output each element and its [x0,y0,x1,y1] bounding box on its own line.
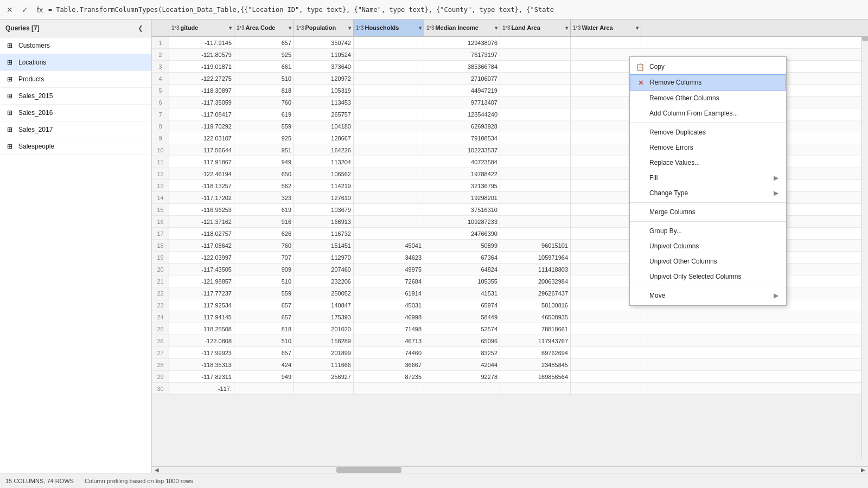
sidebar-item-customers[interactable]: ⊞ Customers [0,37,151,54]
table-cell: 65974 [424,299,500,311]
menu-item-change-type[interactable]: Change Type ▶ [630,185,786,201]
table-row[interactable]: 28-118.35313424111666366674204423485845 [152,359,868,371]
table-cell: 42044 [424,359,500,370]
menu-item-copy[interactable]: 📋 Copy [630,59,786,74]
col-header-gitude[interactable]: 1²3 gitude ▾ [169,20,234,36]
menu-item-fill[interactable]: Fill ▶ [630,170,786,185]
sidebar-item-products[interactable]: ⊞ Products [0,71,151,88]
table-cell: 510 [234,73,294,84]
table-cell: 166913 [294,216,354,227]
table-cell: 19298201 [424,192,500,203]
table-cell: 46998 [354,311,424,323]
table-cell: 36667 [354,359,424,370]
menu-item-unpivot-other-columns[interactable]: Unpivot Other Columns [630,254,786,269]
menu-item-merge-columns[interactable]: Merge Columns [630,204,786,220]
menu-item-group-by---[interactable]: Group By... [630,223,786,239]
scroll-left-button[interactable]: ◀ [152,467,162,473]
table-cell: 105355 [424,275,500,287]
table-row[interactable]: 29-117.823119492569278723592278169856564 [152,371,868,383]
fx-label: fx [34,5,46,14]
col-header-median-income[interactable]: 1²3 Median Income ▾ [424,20,500,36]
menu-item-unpivot-columns[interactable]: Unpivot Columns [630,239,786,254]
menu-item-label: Change Type [649,189,769,197]
col-header-area-code[interactable]: 1²3 Area Code ▾ [234,20,294,36]
vertical-scrollbar[interactable] [861,20,868,458]
menu-item-label: Group By... [649,227,778,235]
sidebar-item-locations[interactable]: ⊞ Locations [0,54,151,71]
columns-rows-status: 15 COLUMNS, 74 ROWS [5,478,74,484]
row-number: 17 [152,228,169,239]
table-cell: 83252 [424,347,500,358]
col-header-water-area[interactable]: 1²3 Water Area ▾ [571,20,641,36]
table-cell: 127610 [294,192,354,203]
col-header-households[interactable]: 1²3 Households ▾ [354,20,424,36]
table-cell [354,61,424,72]
menu-item-icon [635,143,645,152]
table-cell: 40723584 [424,156,500,168]
sidebar-item-sales2017[interactable]: ⊞ Sales_2017 [0,121,151,138]
table-cell [500,108,571,120]
table-cell: 74460 [354,347,424,358]
sidebar-item-sales2016[interactable]: ⊞ Sales_2016 [0,105,151,121]
sidebar-item-salespeople[interactable]: ⊞ Salespeople [0,138,151,155]
table-cell: 657 [234,37,294,48]
menu-item-add-column-from-examples---[interactable]: Add Column From Examples... [630,106,786,121]
col-dropdown-arrow[interactable]: ▾ [229,25,232,31]
table-cell: 105971964 [500,252,571,263]
status-bar: 15 COLUMNS, 74 ROWS Column profiling bas… [0,473,868,488]
col-dropdown-arrow[interactable]: ▾ [565,25,568,31]
menu-item-move[interactable]: Move ▶ [630,288,786,303]
table-cell [571,335,641,346]
table-row[interactable]: 30-117. [152,383,868,395]
table-icon: ⊞ [5,75,14,84]
table-cell [354,120,424,132]
menu-item-remove-duplicates[interactable]: Remove Duplicates [630,125,786,140]
col-header-land-area[interactable]: 1²3 Land Area ▾ [500,20,571,36]
row-number: 21 [152,275,169,287]
table-cell: 34623 [354,252,424,263]
col-dropdown-arrow[interactable]: ▾ [636,25,639,31]
menu-item-remove-errors[interactable]: Remove Errors [630,140,786,155]
col-header-population[interactable]: 1²3 Population ▾ [294,20,354,36]
formula-input[interactable] [48,6,865,14]
sidebar-collapse-button[interactable]: ❮ [135,23,146,34]
menu-item-replace-values---[interactable]: Replace Values... [630,155,786,170]
table-row[interactable]: 26-122.08085101582894671365096117943767 [152,335,868,347]
horizontal-scrollbar[interactable]: ◀ ▶ [152,466,868,473]
row-number: 10 [152,144,169,156]
sidebar-item-sales2015[interactable]: ⊞ Sales_2015 [0,88,151,105]
col-dropdown-arrow[interactable]: ▾ [419,25,422,31]
sidebar-title: Queries [7] [5,24,40,32]
table-row[interactable]: 24-117.94145657175393469985844946508935 [152,311,868,323]
menu-item-icon [635,173,645,183]
col-dropdown-arrow[interactable]: ▾ [495,25,497,31]
table-cell: 79108534 [424,132,500,144]
col-dropdown-arrow[interactable]: ▾ [289,25,291,31]
table-icon: ⊞ [5,125,14,134]
submenu-arrow: ▶ [774,189,778,197]
col-header-label: Area Code [245,24,289,31]
table-cell: -118.35313 [169,359,234,370]
col-dropdown-arrow[interactable]: ▾ [348,25,351,31]
table-cell: -119.01871 [169,61,234,72]
sidebar-item-label: Sales_2016 [18,109,53,117]
menu-item-unpivot-only-selected-columns[interactable]: Unpivot Only Selected Columns [630,269,786,284]
row-number: 12 [152,168,169,179]
scroll-right-button[interactable]: ▶ [858,467,868,473]
table-cell: 661 [234,61,294,72]
confirm-button[interactable]: ✓ [18,3,31,16]
copy-icon: 📋 [635,62,645,72]
menu-item-remove-other-columns[interactable]: Remove Other Columns [630,91,786,106]
menu-item-remove-columns[interactable]: ✕ Remove Columns [630,74,786,91]
table-cell: 201020 [294,323,354,335]
table-cell [571,37,641,48]
cancel-button[interactable]: ✕ [3,3,16,16]
menu-item-icon [635,127,645,137]
horizontal-scrollbar-thumb[interactable] [336,467,401,473]
table-cell: 96015101 [500,240,571,251]
table-row[interactable]: 27-117.99923657201899744608325269762694 [152,347,868,359]
table-cell: 916 [234,216,294,227]
col-header-label: Land Area [511,24,565,31]
table-row[interactable]: 1-117.9145657350742129438076 [152,37,868,49]
table-row[interactable]: 25-118.25508818201020714985257478818661 [152,323,868,335]
